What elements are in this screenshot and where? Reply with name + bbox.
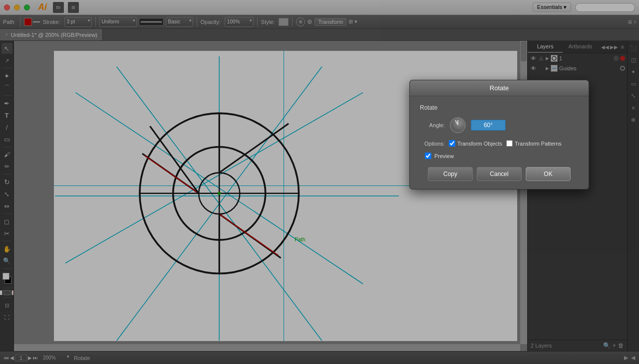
options-row: Options: Transform Objects Transform Pat… [420, 140, 579, 147]
transform-objects-cb-wrap: Transform Objects [449, 140, 502, 147]
angle-input[interactable] [471, 120, 506, 131]
rotate-dialog: Rotate Rotate Angle: Options: Transform … [409, 80, 589, 189]
ok-button[interactable]: OK [526, 167, 571, 181]
transform-patterns-cb-wrap: Transform Patterns [506, 140, 562, 147]
dialog-buttons: Copy Cancel OK [420, 167, 579, 181]
transform-objects-checkbox[interactable] [449, 140, 455, 147]
angle-label: Angle: [420, 122, 445, 128]
transform-patterns-label: Transform Patterns [515, 141, 562, 147]
angle-row: Angle: [420, 117, 579, 133]
modal-overlay: Rotate Rotate Angle: Options: Transform … [0, 0, 639, 364]
dialog-body: Rotate Angle: Options: Transform Objects [410, 96, 589, 189]
preview-checkbox[interactable] [425, 153, 431, 159]
copy-button[interactable]: Copy [428, 167, 473, 181]
preview-label: Preview [434, 153, 454, 159]
dialog-title: Rotate [490, 84, 509, 92]
transform-patterns-checkbox[interactable] [506, 140, 513, 147]
cancel-button[interactable]: Cancel [477, 167, 522, 181]
dialog-section-title: Rotate [420, 104, 579, 111]
dial-needle [455, 120, 458, 125]
options-label: Options: [420, 141, 445, 147]
dialog-titlebar: Rotate [410, 80, 589, 96]
angle-dial[interactable] [450, 117, 466, 133]
transform-objects-label: Transform Objects [457, 141, 502, 147]
preview-row: Preview [420, 153, 579, 159]
